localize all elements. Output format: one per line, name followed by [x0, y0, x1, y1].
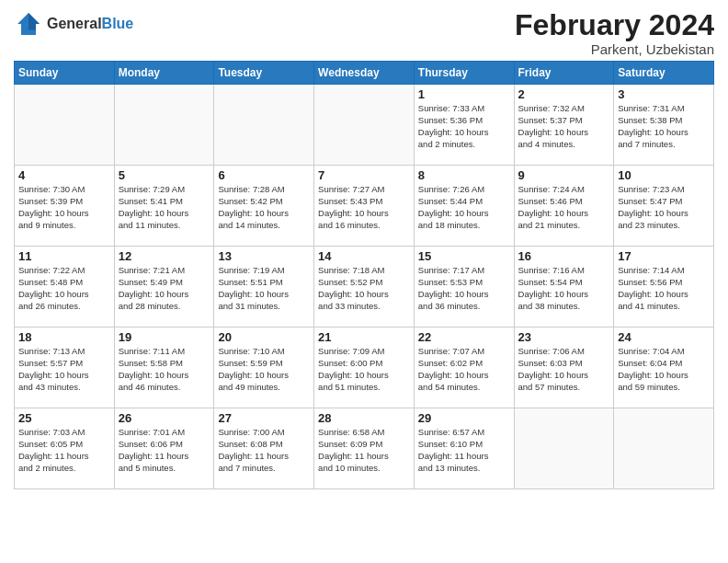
calendar-cell: 28Sunrise: 6:58 AM Sunset: 6:09 PM Dayli… [314, 408, 415, 489]
day-number: 20 [218, 330, 310, 344]
calendar-cell: 1Sunrise: 7:33 AM Sunset: 5:36 PM Daylig… [414, 85, 514, 166]
calendar-cell: 25Sunrise: 7:03 AM Sunset: 6:05 PM Dayli… [15, 408, 115, 489]
calendar-cell: 7Sunrise: 7:27 AM Sunset: 5:43 PM Daylig… [314, 166, 415, 247]
day-info: Sunrise: 7:00 AM Sunset: 6:08 PM Dayligh… [218, 427, 310, 474]
col-wednesday: Wednesday [314, 62, 415, 85]
day-number: 2 [518, 87, 610, 101]
day-info: Sunrise: 7:22 AM Sunset: 5:48 PM Dayligh… [18, 265, 110, 312]
day-info: Sunrise: 7:06 AM Sunset: 6:03 PM Dayligh… [518, 346, 610, 393]
day-info: Sunrise: 7:17 AM Sunset: 5:53 PM Dayligh… [418, 265, 510, 312]
day-number: 3 [618, 87, 710, 101]
day-info: Sunrise: 7:11 AM Sunset: 5:58 PM Dayligh… [119, 346, 210, 393]
calendar-cell: 20Sunrise: 7:10 AM Sunset: 5:59 PM Dayli… [214, 327, 314, 408]
day-info: Sunrise: 7:26 AM Sunset: 5:44 PM Dayligh… [418, 184, 510, 231]
day-number: 9 [518, 168, 610, 182]
calendar-cell: 24Sunrise: 7:04 AM Sunset: 6:04 PM Dayli… [614, 327, 714, 408]
calendar-cell: 11Sunrise: 7:22 AM Sunset: 5:48 PM Dayli… [15, 247, 115, 327]
day-info: Sunrise: 7:03 AM Sunset: 6:05 PM Dayligh… [18, 427, 110, 474]
day-number: 24 [618, 330, 710, 344]
calendar-cell: 22Sunrise: 7:07 AM Sunset: 6:02 PM Dayli… [414, 327, 514, 408]
calendar-cell: 17Sunrise: 7:14 AM Sunset: 5:56 PM Dayli… [614, 247, 714, 327]
col-tuesday: Tuesday [214, 62, 314, 85]
header-row: Sunday Monday Tuesday Wednesday Thursday… [15, 62, 714, 85]
calendar-cell: 26Sunrise: 7:01 AM Sunset: 6:06 PM Dayli… [114, 408, 214, 489]
calendar-cell: 3Sunrise: 7:31 AM Sunset: 5:38 PM Daylig… [614, 85, 714, 166]
calendar-cell [314, 85, 415, 166]
day-number: 28 [318, 411, 410, 425]
day-info: Sunrise: 7:13 AM Sunset: 5:57 PM Dayligh… [18, 346, 110, 393]
col-friday: Friday [514, 62, 614, 85]
day-number: 10 [618, 168, 710, 182]
day-info: Sunrise: 7:18 AM Sunset: 5:52 PM Dayligh… [318, 265, 410, 312]
calendar-cell: 29Sunrise: 6:57 AM Sunset: 6:10 PM Dayli… [414, 408, 514, 489]
header: GeneralBlue February 2024 Parkent, Uzbek… [14, 9, 714, 57]
day-number: 6 [218, 168, 310, 182]
day-number: 25 [18, 411, 110, 425]
calendar-cell: 18Sunrise: 7:13 AM Sunset: 5:57 PM Dayli… [15, 327, 115, 408]
calendar-cell: 5Sunrise: 7:29 AM Sunset: 5:41 PM Daylig… [114, 166, 214, 247]
logo-text: GeneralBlue [47, 16, 133, 32]
day-info: Sunrise: 7:04 AM Sunset: 6:04 PM Dayligh… [618, 346, 710, 393]
calendar-cell: 16Sunrise: 7:16 AM Sunset: 5:54 PM Dayli… [514, 247, 614, 327]
col-sunday: Sunday [15, 62, 115, 85]
day-number: 16 [518, 249, 610, 263]
day-info: Sunrise: 6:57 AM Sunset: 6:10 PM Dayligh… [418, 427, 510, 474]
calendar-cell: 4Sunrise: 7:30 AM Sunset: 5:39 PM Daylig… [15, 166, 115, 247]
day-info: Sunrise: 7:30 AM Sunset: 5:39 PM Dayligh… [18, 184, 110, 231]
calendar-cell: 27Sunrise: 7:00 AM Sunset: 6:08 PM Dayli… [214, 408, 314, 489]
day-number: 13 [218, 249, 310, 263]
svg-marker-1 [28, 13, 40, 29]
day-number: 18 [18, 330, 110, 344]
calendar-cell [514, 408, 614, 489]
day-number: 21 [318, 330, 410, 344]
day-number: 27 [218, 411, 310, 425]
title-block: February 2024 Parkent, Uzbekistan [515, 9, 714, 57]
day-number: 23 [518, 330, 610, 344]
day-number: 11 [18, 249, 110, 263]
calendar-cell [15, 85, 115, 166]
calendar-cell: 14Sunrise: 7:18 AM Sunset: 5:52 PM Dayli… [314, 247, 415, 327]
calendar-table: Sunday Monday Tuesday Wednesday Thursday… [14, 61, 714, 489]
day-number: 5 [119, 168, 210, 182]
day-number: 8 [418, 168, 510, 182]
calendar-cell: 23Sunrise: 7:06 AM Sunset: 6:03 PM Dayli… [514, 327, 614, 408]
day-number: 14 [318, 249, 410, 263]
calendar-cell: 2Sunrise: 7:32 AM Sunset: 5:37 PM Daylig… [514, 85, 614, 166]
calendar-cell [114, 85, 214, 166]
day-info: Sunrise: 7:29 AM Sunset: 5:41 PM Dayligh… [119, 184, 210, 231]
day-number: 7 [318, 168, 410, 182]
day-info: Sunrise: 7:14 AM Sunset: 5:56 PM Dayligh… [618, 265, 710, 312]
day-number: 22 [418, 330, 510, 344]
calendar-cell: 15Sunrise: 7:17 AM Sunset: 5:53 PM Dayli… [414, 247, 514, 327]
col-thursday: Thursday [414, 62, 514, 85]
calendar-cell: 10Sunrise: 7:23 AM Sunset: 5:47 PM Dayli… [614, 166, 714, 247]
calendar-cell: 8Sunrise: 7:26 AM Sunset: 5:44 PM Daylig… [414, 166, 514, 247]
day-info: Sunrise: 7:32 AM Sunset: 5:37 PM Dayligh… [518, 103, 610, 150]
calendar-cell: 13Sunrise: 7:19 AM Sunset: 5:51 PM Dayli… [214, 247, 314, 327]
calendar-cell: 6Sunrise: 7:28 AM Sunset: 5:42 PM Daylig… [214, 166, 314, 247]
day-info: Sunrise: 7:33 AM Sunset: 5:36 PM Dayligh… [418, 103, 510, 150]
day-info: Sunrise: 7:24 AM Sunset: 5:46 PM Dayligh… [518, 184, 610, 231]
day-number: 29 [418, 411, 510, 425]
calendar-cell [214, 85, 314, 166]
calendar-cell: 9Sunrise: 7:24 AM Sunset: 5:46 PM Daylig… [514, 166, 614, 247]
day-info: Sunrise: 7:16 AM Sunset: 5:54 PM Dayligh… [518, 265, 610, 312]
day-info: Sunrise: 7:01 AM Sunset: 6:06 PM Dayligh… [119, 427, 210, 474]
day-info: Sunrise: 7:21 AM Sunset: 5:49 PM Dayligh… [119, 265, 210, 312]
calendar-cell: 19Sunrise: 7:11 AM Sunset: 5:58 PM Dayli… [114, 327, 214, 408]
logo: GeneralBlue [14, 9, 133, 39]
col-monday: Monday [114, 62, 214, 85]
day-number: 4 [18, 168, 110, 182]
day-number: 26 [119, 411, 210, 425]
day-info: Sunrise: 7:31 AM Sunset: 5:38 PM Dayligh… [618, 103, 710, 150]
day-info: Sunrise: 7:07 AM Sunset: 6:02 PM Dayligh… [418, 346, 510, 393]
day-info: Sunrise: 6:58 AM Sunset: 6:09 PM Dayligh… [318, 427, 410, 474]
day-number: 17 [618, 249, 710, 263]
location: Parkent, Uzbekistan [515, 41, 714, 57]
day-number: 15 [418, 249, 510, 263]
day-info: Sunrise: 7:10 AM Sunset: 5:59 PM Dayligh… [218, 346, 310, 393]
day-info: Sunrise: 7:19 AM Sunset: 5:51 PM Dayligh… [218, 265, 310, 312]
day-info: Sunrise: 7:28 AM Sunset: 5:42 PM Dayligh… [218, 184, 310, 231]
calendar-cell [614, 408, 714, 489]
day-info: Sunrise: 7:09 AM Sunset: 6:00 PM Dayligh… [318, 346, 410, 393]
